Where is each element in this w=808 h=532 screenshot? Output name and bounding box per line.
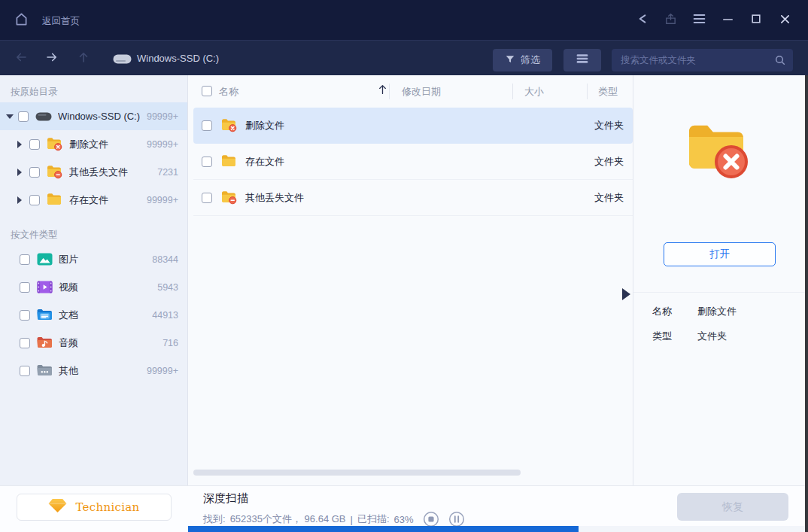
collapse-arrow-icon[interactable]	[17, 141, 29, 148]
checkbox[interactable]	[202, 157, 212, 167]
item-count: 99999+	[147, 195, 178, 205]
item-count: 88344	[152, 254, 178, 265]
export-icon	[664, 13, 677, 29]
close-icon	[779, 14, 791, 28]
sidebar-item-label: 存在文件	[69, 193, 147, 207]
checkbox[interactable]	[20, 366, 30, 376]
file-list: 名称 修改日期 大小 类型 删除文件 文件夹	[188, 75, 633, 485]
horizontal-scrollbar[interactable]	[193, 470, 521, 476]
sidebar-item-audio[interactable]: 音频 716	[0, 329, 187, 357]
table-row-deleted-files[interactable]: 删除文件 文件夹	[193, 108, 633, 144]
separator: |	[351, 514, 353, 525]
file-type: 文件夹	[594, 155, 624, 169]
section-label-by-type: 按文件类型	[0, 224, 187, 245]
scan-progress-track	[188, 526, 808, 532]
checkbox[interactable]	[29, 139, 40, 150]
sidebar-item-label: 文档	[59, 309, 152, 322]
up-arrow-icon	[77, 50, 90, 67]
forward-arrow-icon	[44, 50, 59, 67]
maximize-icon	[751, 14, 761, 27]
checkbox[interactable]	[202, 193, 212, 203]
detail-value: 删除文件	[697, 305, 737, 318]
location-breadcrumb[interactable]: Windows-SSD (C:)	[137, 53, 219, 64]
expand-arrow-icon[interactable]	[6, 114, 18, 119]
column-header-date[interactable]: 修改日期	[402, 85, 441, 99]
checkbox[interactable]	[202, 120, 212, 131]
select-all-checkbox[interactable]	[202, 86, 212, 96]
file-name: 删除文件	[245, 119, 284, 132]
file-name: 存在文件	[245, 155, 284, 169]
checkbox[interactable]	[20, 282, 30, 293]
checkbox[interactable]	[20, 338, 30, 348]
detail-label: 类型	[633, 330, 697, 343]
sidebar-item-documents[interactable]: 文档 44913	[0, 301, 187, 329]
titlebar: 返回首页	[0, 0, 808, 40]
checkbox[interactable]	[18, 111, 29, 122]
column-divider	[512, 84, 513, 99]
item-count: 7231	[157, 167, 178, 178]
forward-button[interactable]	[43, 50, 61, 68]
detail-value: 文件夹	[697, 330, 727, 343]
sidebar-item-label: 音频	[59, 336, 163, 350]
license-button[interactable]: Technician	[17, 494, 172, 521]
section-label-by-directory: 按原始目录	[0, 81, 187, 102]
export-button[interactable]	[661, 11, 680, 29]
sidebar-item-existing-files[interactable]: 存在文件 99999+	[0, 186, 187, 214]
folder-icon	[221, 154, 238, 169]
item-count: 99999+	[147, 111, 178, 122]
home-label[interactable]: 返回首页	[42, 15, 80, 28]
sidebar-item-others[interactable]: 其他 99999+	[0, 357, 187, 385]
found-value: 652335个文件， 96.64 GB	[230, 512, 346, 526]
sidebar-item-videos[interactable]: 视频 5943	[0, 273, 187, 301]
sidebar-item-other-lost-files[interactable]: 其他丢失文件 7231	[0, 158, 187, 186]
sidebar-item-windows-ssd[interactable]: Windows-SSD (C:) 99999+	[0, 102, 187, 130]
sidebar-item-label: 删除文件	[69, 138, 147, 151]
license-label: Technician	[75, 500, 139, 514]
item-count: 44913	[152, 310, 178, 321]
folder-deleted-icon	[221, 118, 238, 132]
table-header: 名称 修改日期 大小 类型	[193, 75, 633, 108]
sidebar-item-pictures[interactable]: 图片 88344	[0, 245, 187, 273]
table-row-existing-files[interactable]: 存在文件 文件夹	[193, 144, 633, 180]
sort-ascending-icon[interactable]	[378, 84, 387, 97]
open-button[interactable]: 打开	[664, 242, 776, 266]
home-icon	[14, 11, 29, 30]
folder-lost-icon	[47, 165, 63, 179]
sidebar-item-label: 其他丢失文件	[69, 166, 157, 179]
table-row-other-lost-files[interactable]: 其他丢失文件 文件夹	[193, 180, 633, 216]
minimize-button[interactable]	[718, 11, 737, 29]
checkbox[interactable]	[20, 254, 30, 265]
column-header-size[interactable]: 大小	[524, 85, 544, 99]
menu-button[interactable]	[689, 11, 709, 29]
videos-icon	[37, 281, 53, 293]
stop-scan-button[interactable]	[423, 511, 439, 527]
up-button[interactable]	[74, 50, 93, 68]
checkbox[interactable]	[29, 167, 40, 178]
close-button[interactable]	[775, 11, 794, 29]
sidebar-item-deleted-files[interactable]: 删除文件 99999+	[0, 130, 187, 158]
panel-collapse-icon[interactable]	[622, 288, 630, 300]
home-button[interactable]	[12, 11, 30, 29]
filter-button[interactable]: 筛选	[493, 49, 552, 71]
back-button[interactable]	[12, 50, 30, 68]
drive-icon	[113, 53, 132, 67]
view-options-button[interactable]	[563, 49, 601, 71]
search-input[interactable]	[612, 49, 793, 71]
checkbox[interactable]	[29, 195, 40, 205]
share-button[interactable]	[633, 11, 652, 29]
file-type: 文件夹	[594, 119, 624, 132]
drive-icon	[35, 112, 52, 121]
maximize-button[interactable]	[746, 11, 766, 29]
scan-progress-fill	[188, 526, 579, 532]
content-area: 按原始目录 Windows-SSD (C:) 99999+ 删除文件 99999…	[0, 75, 808, 485]
checkbox[interactable]	[20, 310, 30, 321]
column-header-name[interactable]: 名称	[219, 85, 238, 99]
pause-scan-button[interactable]	[448, 511, 465, 527]
search-icon[interactable]	[774, 54, 786, 69]
collapse-arrow-icon[interactable]	[17, 169, 29, 176]
preview-details: 名称 删除文件 类型 文件夹	[633, 292, 805, 348]
item-count: 99999+	[147, 139, 178, 150]
column-header-type[interactable]: 类型	[598, 85, 618, 99]
collapse-arrow-icon[interactable]	[17, 196, 29, 204]
recover-button[interactable]: 恢复	[677, 493, 788, 521]
